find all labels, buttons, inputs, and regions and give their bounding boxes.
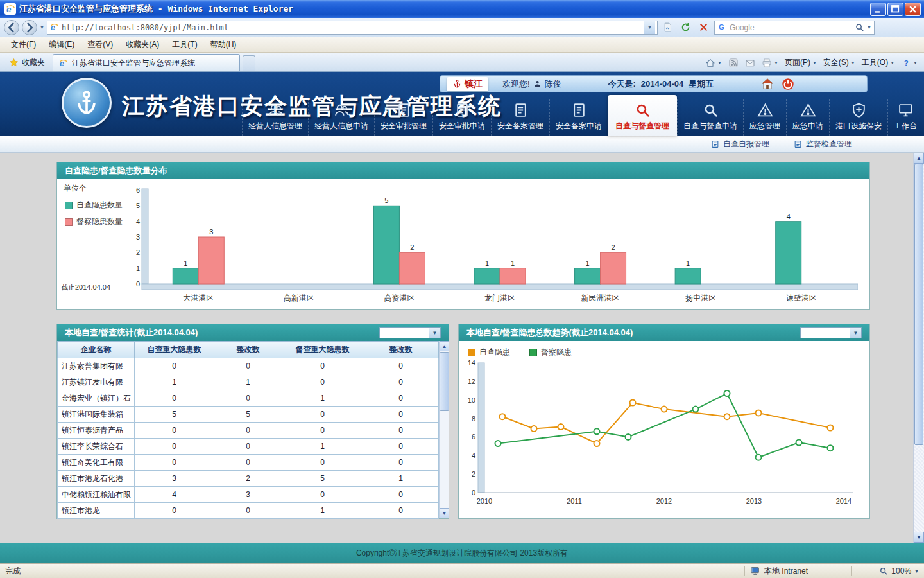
- menu-item[interactable]: 文件(F): [5, 37, 42, 52]
- home-button[interactable]: ▼: [705, 58, 722, 68]
- svg-text:0: 0: [472, 489, 475, 496]
- user-icon: [533, 80, 542, 88]
- table-row[interactable]: 中储粮镇江粮油有限 4 3 0 0: [58, 487, 439, 503]
- anchor-icon: [452, 79, 462, 89]
- table-column-header: 整改数: [214, 342, 282, 358]
- table-row[interactable]: 镇江市港龙石化港 3 2 5 1: [58, 471, 439, 487]
- city-badge[interactable]: 镇江: [447, 77, 488, 91]
- table-row[interactable]: 镇江恒泰沥青产品 0 0 0 0: [58, 423, 439, 439]
- chevron-down-icon: ▼: [774, 60, 778, 65]
- svg-text:2010: 2010: [477, 497, 492, 505]
- favorites-label: 收藏夹: [22, 57, 45, 68]
- shield-icon: [851, 102, 867, 118]
- home-shortcut-icon[interactable]: [760, 77, 774, 91]
- svg-text:龙门港区: 龙门港区: [484, 293, 515, 302]
- table-row[interactable]: 江苏索普集团有限 0 0 0 0: [58, 358, 439, 374]
- scroll-down-icon[interactable]: ▼: [914, 532, 924, 543]
- nav-item[interactable]: 安全审批管理: [374, 99, 432, 136]
- forward-arrow-icon: [22, 21, 37, 35]
- menu-item[interactable]: 编辑(E): [43, 37, 80, 52]
- forward-button[interactable]: [22, 20, 37, 35]
- scroll-up-icon[interactable]: ▲: [914, 153, 924, 164]
- chevron-down-icon[interactable]: ▼: [429, 327, 441, 338]
- minimize-button[interactable]: [870, 3, 886, 16]
- chevron-down-icon: ▼: [717, 60, 722, 65]
- table-panel-body: 企业名称自查重大隐患数整改数督查重大隐患数整改数 江苏索普集团有限 0 0 0: [57, 341, 449, 518]
- nav-item[interactable]: 港口设施保安: [829, 99, 887, 136]
- nav-item[interactable]: 自查与督查管理: [608, 95, 677, 136]
- table-row[interactable]: 镇江港国际集装箱 5 5 0 0: [58, 407, 439, 423]
- search-icon[interactable]: [855, 22, 864, 32]
- page-scrollbar[interactable]: ▲ ▼: [913, 153, 924, 543]
- scroll-down-icon[interactable]: ▼: [440, 508, 449, 518]
- close-button[interactable]: [905, 3, 921, 16]
- table-row[interactable]: 镇江李长荣综合石 0 0 1 0: [58, 439, 439, 455]
- scroll-up-icon[interactable]: ▲: [440, 341, 449, 351]
- page-scrollbar-thumb[interactable]: [914, 164, 923, 445]
- menu-item[interactable]: 帮助(H): [205, 37, 243, 52]
- table-row[interactable]: 镇江市港龙 0 0 1 0: [58, 503, 439, 519]
- sub-nav: 自查自报管理 监督检查管理: [0, 136, 924, 153]
- table-scrollbar[interactable]: ▲ ▼: [439, 341, 449, 518]
- nav-item[interactable]: 经营人信息管理: [242, 99, 308, 136]
- nav-item[interactable]: 应急申请: [786, 99, 829, 136]
- nav-item[interactable]: 自查与督查申请: [677, 99, 743, 136]
- command-button[interactable]: 安全(S)▼: [823, 57, 855, 68]
- history-dropdown[interactable]: ▼: [40, 25, 44, 30]
- svg-text:1: 1: [686, 259, 690, 267]
- line-filter-select[interactable]: ▼: [800, 327, 862, 338]
- search-options-dropdown[interactable]: ▼: [867, 25, 871, 30]
- new-tab-button[interactable]: [243, 55, 255, 71]
- compatibility-button[interactable]: [660, 20, 676, 35]
- back-button[interactable]: [4, 20, 19, 35]
- logout-power-icon[interactable]: [781, 77, 795, 91]
- zoom-control[interactable]: 100% ▼: [857, 566, 919, 575]
- nav-item[interactable]: 应急管理: [743, 99, 786, 136]
- subnav-item[interactable]: 监督检查管理: [794, 139, 852, 150]
- url-text[interactable]: http://localhost:8080/yjpt/Main.html: [62, 23, 641, 32]
- nav-item[interactable]: 安全备案管理: [491, 99, 549, 136]
- table-filter-select[interactable]: ▼: [379, 327, 441, 338]
- table-row[interactable]: 金海宏业（镇江）石 0 0 1 0: [58, 390, 439, 407]
- feeds-button[interactable]: [728, 58, 739, 68]
- command-button[interactable]: 工具(O)▼: [862, 57, 894, 68]
- table-scrollbar-track[interactable]: [440, 351, 449, 508]
- table-row[interactable]: 镇江奇美化工有限 0 0 0 0: [58, 455, 439, 471]
- line-panel-body: 自查隐患 督察隐患 024681012142010201120122013201…: [459, 341, 869, 518]
- browser-tab[interactable]: e 江苏省港口安全监管与应急管理系统: [53, 54, 240, 71]
- nav-item[interactable]: 安全备案申请: [549, 99, 608, 136]
- table-scrollbar-thumb[interactable]: [440, 352, 449, 411]
- refresh-button[interactable]: [678, 20, 694, 35]
- table-row[interactable]: 江苏镇江发电有限 1 1 0 0: [58, 374, 439, 390]
- svg-text:14: 14: [468, 359, 475, 367]
- bar-chart: 0123456大港港区13高新港区高资港区52龙门港区11新民洲港区12扬中港区…: [129, 180, 858, 308]
- nav-item[interactable]: 工作台: [887, 99, 923, 136]
- address-field[interactable]: e http://localhost:8080/yjpt/Main.html ▼: [47, 21, 658, 35]
- menu-item[interactable]: 查看(V): [81, 37, 119, 52]
- subnav-item[interactable]: 自查自报管理: [711, 139, 769, 150]
- nav-item[interactable]: 安全审批申请: [432, 99, 491, 136]
- stop-button[interactable]: [696, 20, 712, 35]
- svg-text:1: 1: [184, 259, 187, 267]
- menu-item[interactable]: 收藏夹(A): [120, 37, 165, 52]
- maximize-button[interactable]: [887, 3, 903, 16]
- menu-item[interactable]: 工具(T): [166, 37, 203, 52]
- command-button[interactable]: 页面(P)▼: [785, 57, 817, 68]
- title-bar[interactable]: e 江苏省港口安全监管与应急管理系统 - Windows Internet Ex…: [0, 0, 924, 18]
- help-button[interactable]: ?▼: [901, 58, 918, 68]
- bar-chart-legend: 自查隐患数量 督察隐患数量: [65, 200, 123, 227]
- document-icon: [454, 102, 470, 118]
- svg-text:大港港区: 大港港区: [183, 293, 214, 302]
- page-scrollbar-track[interactable]: [914, 164, 924, 532]
- print-button[interactable]: ▼: [762, 58, 778, 68]
- nav-item[interactable]: 经营人信息申请: [308, 99, 374, 136]
- security-zone: 本地 Intranet: [750, 566, 846, 577]
- favorites-button[interactable]: 收藏夹: [4, 54, 50, 71]
- url-dropdown-button[interactable]: ▼: [644, 21, 655, 34]
- chevron-down-icon[interactable]: ▼: [850, 327, 862, 338]
- search-input[interactable]: G Google ▼: [714, 21, 875, 35]
- help-icon: ?: [901, 58, 911, 68]
- read-mail-button[interactable]: [745, 58, 755, 68]
- zoom-level: 100%: [891, 566, 911, 575]
- date-value: 2014-04-04: [641, 79, 684, 89]
